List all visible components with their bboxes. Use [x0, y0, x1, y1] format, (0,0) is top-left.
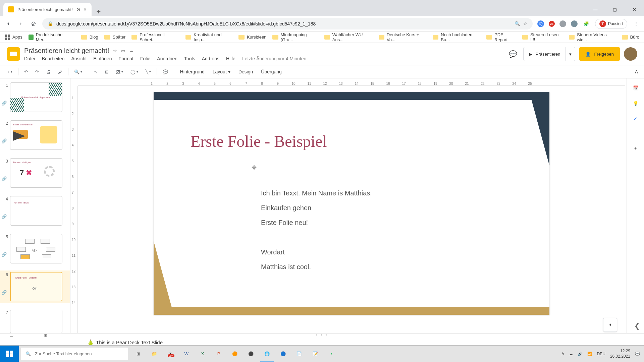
reload-button[interactable] [30, 21, 38, 26]
thumbnail-row[interactable]: 7 [0, 308, 70, 333]
onedrive-icon[interactable]: ☁ [569, 352, 573, 356]
menu-ansicht[interactable]: Ansicht [71, 56, 87, 61]
forward-button[interactable] [17, 21, 25, 26]
bookmark[interactable]: Noch hochladen Bu... [433, 32, 480, 42]
undo-button[interactable]: ↶ [21, 67, 31, 76]
keep-icon[interactable]: 💡 [632, 99, 640, 107]
last-edit-text[interactable]: Letzte Änderung vor 4 Minuten [242, 56, 306, 61]
excel-icon[interactable]: X [195, 346, 211, 362]
thumbnail-row[interactable]: 4 Ich bin Texxt [0, 195, 70, 227]
bookmark[interactable]: Produktsuche - Mer... [29, 32, 75, 42]
star-icon[interactable]: ☆ [113, 48, 117, 53]
bookmark[interactable]: Steuern Videos wic... [569, 32, 615, 42]
calendar-icon[interactable]: 📅 [632, 84, 640, 92]
bookmark[interactable]: Kreativität und Insp... [185, 32, 232, 42]
taskbar-search[interactable]: 🔍 Zur Suche Text hier eingeben [21, 348, 128, 360]
add-addon-icon[interactable]: + [632, 144, 640, 152]
spotify-icon[interactable]: ♪ [323, 346, 339, 362]
notes-drag-handle[interactable]: • • • [0, 333, 644, 337]
bookmark-star-icon[interactable]: ☆ [523, 21, 527, 26]
cloud-saved-icon[interactable]: ☁ [129, 48, 133, 53]
menu-bearbeiten[interactable]: Bearbeiten [42, 56, 65, 61]
close-tab-icon[interactable]: ✕ [83, 7, 87, 12]
shape-tool[interactable]: ◯▾ [127, 67, 141, 76]
collapse-toolbar-icon[interactable]: ᐱ [633, 67, 640, 76]
grid-view-icon[interactable]: ⊞ [44, 333, 47, 338]
new-slide-button[interactable]: +▾ [4, 67, 15, 76]
slide-thumbnail[interactable]: 👁 [10, 234, 62, 263]
present-dropdown[interactable]: ▾ [566, 47, 575, 61]
comments-icon[interactable]: 💬 [507, 48, 519, 60]
background-button[interactable]: Hintergrund [177, 67, 208, 76]
zoom-button[interactable]: 🔍▾ [71, 67, 85, 76]
paint-format-button[interactable]: 🖌 [55, 67, 65, 76]
menu-folie[interactable]: Folie [140, 56, 150, 61]
back-button[interactable] [4, 21, 12, 26]
bookmark[interactable]: Kursideen [238, 35, 267, 40]
print-button[interactable]: 🖨 [43, 67, 54, 76]
menu-anordnen[interactable]: Anordnen [157, 56, 177, 61]
show-panel-icon[interactable]: ❮ [634, 322, 640, 330]
notepad-icon[interactable]: 📝 [307, 346, 323, 362]
notifications-icon[interactable]: 💬 [635, 352, 640, 356]
extension-icon[interactable]: 26 [549, 21, 555, 27]
image-tool[interactable]: 🖼▾ [113, 67, 126, 76]
tray-chevron-icon[interactable]: ᐱ [561, 352, 564, 356]
share-button[interactable]: 👤 Freigeben [579, 47, 620, 61]
redo-button[interactable]: ↷ [32, 67, 42, 76]
filmstrip-view-icon[interactable]: ▭ [9, 333, 13, 338]
bookmark[interactable]: Deutsche Kurs + Vo... [379, 32, 427, 42]
select-tool[interactable]: ↖ [91, 67, 101, 76]
zoom-icon[interactable]: 🔍 [515, 21, 520, 26]
address-bar[interactable]: 🔒 docs.google.com/presentation/d/1yV372S… [42, 18, 533, 29]
wifi-icon[interactable]: 📶 [587, 352, 592, 356]
menu-datei[interactable]: Datei [24, 56, 35, 61]
menu-einfuegen[interactable]: Einfügen [93, 56, 112, 61]
app-icon[interactable]: 📄 [291, 346, 307, 362]
doc-title[interactable]: Präsentieren leicht gemacht! [24, 47, 109, 55]
powerpoint-icon[interactable]: P [211, 346, 227, 362]
app-icon[interactable]: 🟠 [227, 346, 243, 362]
browser-tab[interactable]: Präsentieren leicht gemacht! - G ✕ [3, 3, 92, 16]
language-indicator[interactable]: DEU [597, 352, 605, 356]
move-icon[interactable]: ▭ [121, 48, 125, 53]
layout-button[interactable]: Layout ▾ [209, 67, 234, 76]
extensions-menu-icon[interactable]: 🧩 [582, 21, 590, 26]
menu-format[interactable]: Format [119, 56, 133, 61]
edge-icon[interactable]: 🔵 [275, 346, 291, 362]
thumbnail-row[interactable]: 5 👁 [0, 233, 70, 265]
bookmark[interactable]: Wahlfächer WU Aus... [324, 32, 373, 42]
slide-thumbnail[interactable]: Ich bin Texxt [10, 196, 62, 226]
extension-icon[interactable]: IQ [537, 20, 544, 27]
menu-addons[interactable]: Add-ons [202, 56, 219, 61]
bookmark[interactable]: Büro [622, 35, 639, 40]
chrome-icon[interactable]: 🌐 [259, 346, 275, 362]
bookmark[interactable]: Steuern Lesen !!!! [522, 32, 563, 42]
bookmark[interactable]: Blog [81, 35, 98, 40]
slide-thumbnail[interactable]: Erste Folie - Beispiel👁 [10, 272, 62, 301]
browser-menu-icon[interactable]: ⋮ [632, 21, 640, 26]
bookmark[interactable]: Später [104, 35, 125, 40]
slide-body-text[interactable]: Ich bin Texxt. Mein Name is Matthias.Ein… [261, 186, 372, 274]
volume-icon[interactable]: 🔊 [578, 352, 583, 356]
mail-icon[interactable]: ✉99+ [162, 346, 178, 362]
design-button[interactable]: Design [235, 67, 257, 76]
task-view-icon[interactable]: ⊞ [130, 346, 146, 362]
tasks-icon[interactable]: ✔ [632, 115, 640, 123]
account-avatar[interactable] [624, 47, 637, 61]
explore-button[interactable]: ✦ [603, 318, 617, 332]
maximize-button[interactable]: ▢ [605, 3, 625, 16]
slide-thumbnail[interactable]: Formen einfügen7 ✖ [10, 158, 62, 188]
slide-thumbnail[interactable] [10, 310, 62, 333]
slide-title-text[interactable]: Erste Folie - Beispiel [191, 132, 327, 150]
comment-tool[interactable]: 💬 [160, 67, 171, 76]
slide-canvas[interactable]: Erste Folie - Beispiel ✥ Ich bin Texxt. … [154, 92, 549, 315]
start-button[interactable] [0, 346, 19, 362]
bookmark[interactable]: PDF Report [486, 32, 516, 42]
thumbnail-row[interactable]: 6 Erste Folie - Beispiel👁 [0, 270, 70, 303]
apps-shortcut[interactable]: Apps [5, 35, 22, 40]
slides-logo-icon[interactable] [7, 47, 20, 61]
present-button[interactable]: ▶ Präsentieren [523, 47, 566, 61]
thumbnail-row[interactable]: 2 Bilder und Grafiken [0, 119, 70, 151]
bookmark[interactable]: Professionell Schrei... [131, 32, 179, 42]
